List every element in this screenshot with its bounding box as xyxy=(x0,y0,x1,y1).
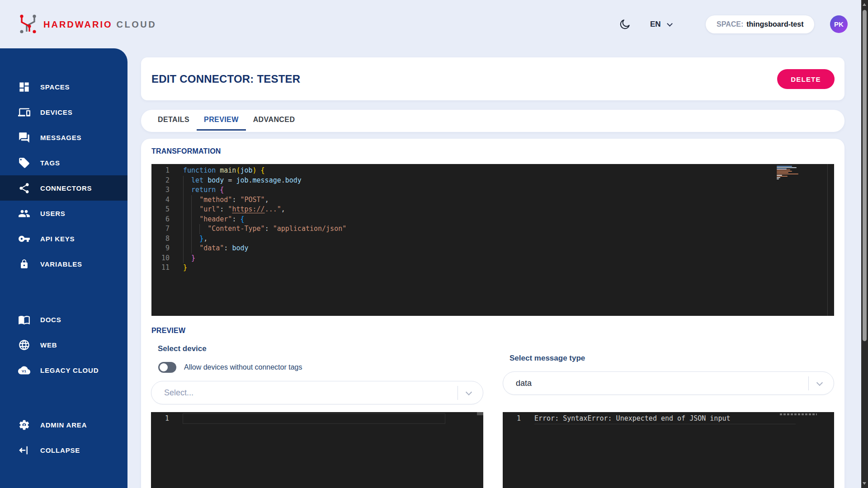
sidebar-item-legacy-cloud[interactable]: V1LEGACY CLOUD xyxy=(0,357,127,383)
sidebar-item-variables[interactable]: VARIABLES xyxy=(0,251,127,277)
scroll-down-arrow-icon[interactable] xyxy=(863,482,866,485)
toggle-row: Allow devices without connector tags xyxy=(158,362,302,373)
line-number: 8 xyxy=(151,234,183,244)
sidebar-item-label: WEB xyxy=(40,341,57,349)
tab-preview[interactable]: PREVIEW xyxy=(197,110,246,131)
error-message: Error: SyntaxError: Unexpected end of JS… xyxy=(534,414,730,424)
tag-icon xyxy=(18,157,30,169)
brand-wordmark: HARDWARIOCLOUD xyxy=(43,19,156,30)
content-card: TRANSFORMATION 1function main(job) {2 le… xyxy=(141,139,844,488)
sidebar-item-api-keys[interactable]: API KEYS xyxy=(0,226,127,251)
sidebar-item-label: CONNECTORS xyxy=(40,184,92,192)
editor-minimap[interactable] xyxy=(777,166,804,180)
line-content: "header": { xyxy=(183,215,244,225)
avatar[interactable]: PK xyxy=(830,15,848,33)
chevron-down-icon xyxy=(466,389,472,395)
book-icon xyxy=(18,314,30,326)
line-content: function main(job) { xyxy=(183,166,265,176)
sidebar-item-label: USERS xyxy=(40,210,66,217)
delete-button[interactable]: DELETE xyxy=(777,69,835,89)
sidebar-item-messages[interactable]: MESSAGES xyxy=(0,125,127,150)
dark-mode-toggle[interactable] xyxy=(618,18,631,31)
code-line: 4 "method": "POST", xyxy=(151,195,834,205)
main-content: EDIT CONNECTOR: TESTER DELETE DETAILSPRE… xyxy=(127,48,868,488)
sidebar-item-collapse[interactable]: COLLAPSE xyxy=(0,437,127,463)
line-number: 9 xyxy=(151,244,183,253)
lock-icon xyxy=(18,258,30,270)
moon-icon xyxy=(618,18,631,31)
sidebar-item-connectors[interactable]: CONNECTORS xyxy=(0,175,127,201)
code-line: 5 "url": "https://...", xyxy=(151,205,834,215)
toggle-label: Allow devices without connector tags xyxy=(184,363,302,371)
tab-advanced[interactable]: ADVANCED xyxy=(246,110,302,131)
line-content: "url": "https://...", xyxy=(183,205,285,215)
collapse-icon xyxy=(18,444,30,456)
line-content: } xyxy=(183,253,195,263)
transformation-code: 1function main(job) {2 let body = job.me… xyxy=(151,164,834,316)
sidebar-item-label: TAGS xyxy=(40,159,60,167)
preview-output-editor[interactable]: 1 Error: SyntaxError: Unexpected end of … xyxy=(503,412,834,488)
sidebar-item-label: COLLAPSE xyxy=(40,446,80,454)
sidebar: SPACESDEVICESMESSAGESTAGSCONNECTORSUSERS… xyxy=(0,48,127,488)
scrollbar-thumb[interactable] xyxy=(863,10,867,341)
allow-devices-toggle[interactable] xyxy=(158,362,176,373)
sidebar-item-label: VARIABLES xyxy=(40,260,82,268)
page-scrollbar[interactable] xyxy=(861,0,868,488)
code-line: 7 "Content-Type": "application/json" xyxy=(151,224,834,234)
toggle-knob xyxy=(160,363,168,371)
code-line: 1function main(job) { xyxy=(151,166,834,176)
page-title: EDIT CONNECTOR: TESTER xyxy=(151,73,300,85)
space-switcher[interactable]: SPACE: thingsboard-test xyxy=(706,15,814,33)
line-content: "data": body xyxy=(183,244,249,253)
sidebar-item-label: SPACES xyxy=(40,83,70,91)
indent-guide xyxy=(191,195,192,253)
svg-text:V1: V1 xyxy=(22,369,26,373)
scroll-up-arrow-icon[interactable] xyxy=(863,3,866,6)
line-content: let body = job.message.body xyxy=(183,176,302,186)
device-select[interactable]: Select... xyxy=(151,381,483,404)
select-device-label: Select device xyxy=(158,344,207,353)
line-number: 1 xyxy=(151,414,183,424)
line-content: } xyxy=(183,263,187,273)
code-line: 1 Error: SyntaxError: Unexpected end of … xyxy=(503,414,834,424)
cloud-v1-icon: V1 xyxy=(18,364,30,376)
line-number: 4 xyxy=(151,195,183,205)
sidebar-item-docs[interactable]: DOCS xyxy=(0,307,127,332)
space-name: thingsboard-test xyxy=(746,20,803,28)
transformation-code-editor[interactable]: 1function main(job) {2 let body = job.me… xyxy=(151,164,834,316)
editor-scrollbar-thumb[interactable] xyxy=(477,412,483,415)
chat-icon xyxy=(18,131,30,144)
editor-scrollbar-border xyxy=(827,164,828,316)
key-icon xyxy=(18,233,30,245)
sidebar-nav: SPACESDEVICESMESSAGESTAGSCONNECTORSUSERS… xyxy=(0,74,127,463)
sidebar-item-users[interactable]: USERS xyxy=(0,201,127,226)
message-type-value: data xyxy=(516,379,532,388)
sidebar-item-label: MESSAGES xyxy=(40,134,81,141)
tab-details[interactable]: DETAILS xyxy=(151,110,197,131)
language-selector[interactable]: EN xyxy=(650,20,672,29)
sidebar-item-devices[interactable]: DEVICES xyxy=(0,99,127,125)
sidebar-item-web[interactable]: WEB xyxy=(0,332,127,357)
chevron-down-icon xyxy=(667,21,673,27)
editor-minimap xyxy=(780,413,817,415)
indent-guide xyxy=(183,176,184,263)
sidebar-item-admin-area[interactable]: ADMIN AREA xyxy=(0,412,127,437)
message-type-select[interactable]: data xyxy=(503,371,834,395)
line-number: 7 xyxy=(151,224,183,234)
chevron-down-icon xyxy=(816,380,823,386)
admin-gear-icon xyxy=(18,419,30,431)
code-line: 11} xyxy=(151,263,834,273)
select-message-type-label: Select message type xyxy=(509,354,585,363)
indent-guide xyxy=(199,224,200,234)
line-content: "Content-Type": "application/json" xyxy=(183,224,346,234)
device-select-placeholder: Select... xyxy=(164,388,193,398)
sidebar-item-tags[interactable]: TAGS xyxy=(0,150,127,175)
line-number: 6 xyxy=(151,215,183,225)
title-card: EDIT CONNECTOR: TESTER DELETE xyxy=(141,57,844,100)
line-number: 1 xyxy=(503,414,534,424)
preview-input-editor[interactable]: 1 xyxy=(151,412,483,488)
line-number: 3 xyxy=(151,185,183,195)
hardwario-logo-icon xyxy=(17,13,39,35)
language-code: EN xyxy=(650,20,661,29)
sidebar-item-spaces[interactable]: SPACES xyxy=(0,74,127,99)
